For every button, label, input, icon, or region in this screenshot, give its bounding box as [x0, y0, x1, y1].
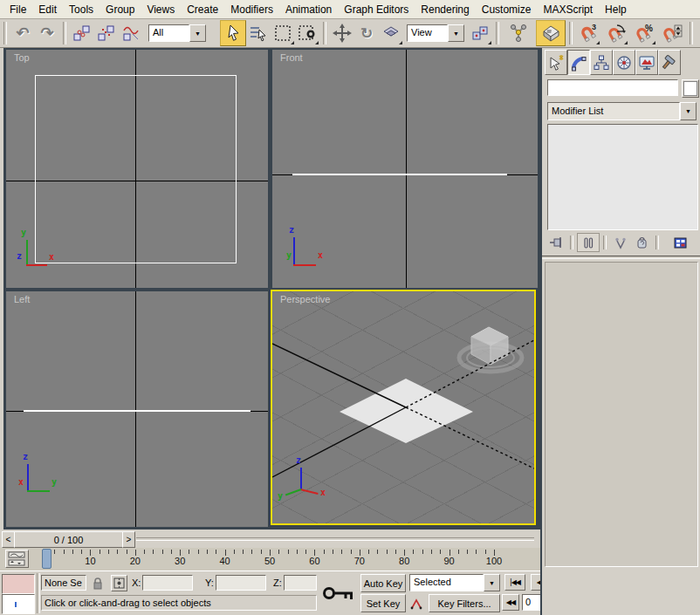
- tab-motion[interactable]: [613, 50, 635, 75]
- viewport-perspective-label[interactable]: Perspective: [280, 294, 330, 304]
- menu-help[interactable]: Help: [599, 2, 633, 17]
- set-keys-button[interactable]: [319, 573, 358, 612]
- select-and-link-button[interactable]: [70, 21, 94, 45]
- absolute-mode-transform-toggle[interactable]: [111, 575, 127, 591]
- trackbar-ruler[interactable]: 0102030405060708090100: [35, 548, 540, 571]
- bind-to-space-warp-button[interactable]: [119, 21, 143, 45]
- select-and-scale-button[interactable]: [379, 21, 403, 45]
- auto-key-button[interactable]: Auto Key: [360, 574, 406, 592]
- remove-modifier-button[interactable]: [631, 234, 652, 251]
- x-coordinate-field[interactable]: [142, 575, 193, 591]
- select-and-move-button[interactable]: [330, 21, 354, 45]
- show-end-result-button[interactable]: [577, 233, 600, 252]
- y-coordinate-field[interactable]: [216, 575, 266, 591]
- select-and-rotate-button[interactable]: ↻: [354, 21, 379, 45]
- tab-hierarchy[interactable]: [590, 50, 613, 75]
- trackbar-frame-marker[interactable]: [42, 549, 51, 569]
- menu-tools[interactable]: Tools: [63, 2, 100, 17]
- object-name-field[interactable]: [547, 79, 678, 96]
- modifier-list-dropdown[interactable]: Modifier List ▼: [547, 102, 697, 120]
- key-mode-toggle-button[interactable]: ◀◀: [502, 594, 519, 611]
- key-filter-scope-dropdown[interactable]: Selected ▼: [409, 574, 500, 591]
- viewport-front-label[interactable]: Front: [280, 52, 303, 63]
- status-selection-field[interactable]: None Se: [41, 575, 86, 591]
- viewport-left[interactable]: Left z x y: [6, 291, 268, 527]
- dropdown-arrow-icon[interactable]: ▼: [189, 24, 206, 42]
- use-pivot-point-center-button[interactable]: [468, 21, 492, 45]
- next-frame-slider-button[interactable]: >: [122, 531, 135, 548]
- menu-rendering[interactable]: Rendering: [415, 2, 475, 17]
- plane-edge-left[interactable]: [24, 410, 250, 412]
- undo-button[interactable]: ↶: [10, 21, 35, 45]
- viewport-left-label[interactable]: Left: [14, 294, 30, 304]
- plane-wireframe-top[interactable]: [35, 75, 237, 263]
- keyboard-shortcut-override-button[interactable]: [536, 20, 566, 46]
- make-unique-button[interactable]: [610, 234, 631, 251]
- tab-display[interactable]: [635, 50, 658, 75]
- configure-modifier-sets-icon: [673, 236, 688, 249]
- modifier-list-value: Modifier List: [547, 102, 680, 120]
- rectangular-selection-region-button[interactable]: [271, 21, 295, 45]
- select-and-manipulate-button[interactable]: [506, 21, 531, 45]
- unlink-selection-button[interactable]: [94, 21, 119, 45]
- menu-customize[interactable]: Customize: [476, 2, 538, 17]
- menu-group[interactable]: Group: [100, 2, 141, 17]
- tab-modify[interactable]: [567, 50, 590, 75]
- track-bar[interactable]: 0102030405060708090100: [0, 548, 540, 571]
- menu-graph-editors[interactable]: Graph Editors: [338, 2, 415, 17]
- ghost-box-object[interactable]: [471, 327, 508, 365]
- spinner-snap-toggle-button[interactable]: [660, 21, 684, 45]
- trackbar-tick: [216, 550, 216, 554]
- menu-animation[interactable]: Animation: [279, 2, 338, 17]
- z-coordinate-field[interactable]: [284, 575, 317, 591]
- pin-stack-button[interactable]: [546, 234, 566, 251]
- redo-button[interactable]: ↷: [35, 21, 59, 45]
- menu-create[interactable]: Create: [181, 2, 224, 17]
- open-mini-curve-editor-button[interactable]: [5, 550, 29, 568]
- angle-snap-toggle-button[interactable]: [604, 21, 628, 45]
- trackbar-tick: [127, 550, 127, 554]
- menu-modifiers[interactable]: Modifiers: [224, 2, 279, 17]
- set-key-button[interactable]: Set Key: [360, 594, 406, 612]
- selection-lock-toggle[interactable]: [91, 575, 104, 591]
- key-filters-button[interactable]: Key Filters...: [429, 594, 500, 612]
- maxscript-mini-listener-pane[interactable]: [2, 594, 35, 614]
- window-crossing-icon: [298, 24, 317, 43]
- viewport-front[interactable]: Front z y x: [272, 50, 538, 288]
- menu-file[interactable]: File: [3, 2, 32, 17]
- previous-frame-slider-button[interactable]: <: [2, 531, 15, 548]
- snaps-toggle-button[interactable]: 3: [576, 21, 600, 45]
- object-color-swatch[interactable]: [682, 79, 699, 98]
- window-crossing-toggle-button[interactable]: [295, 21, 319, 45]
- dropdown-arrow-icon[interactable]: ▼: [680, 102, 697, 120]
- toolbar-handle[interactable]: [3, 22, 7, 44]
- x-coordinate-label: X:: [132, 577, 141, 588]
- percent-snap-toggle-button[interactable]: %: [632, 21, 656, 45]
- menu-edit[interactable]: Edit: [32, 2, 63, 17]
- tab-utilities[interactable]: [658, 50, 681, 75]
- menu-maxscript[interactable]: MAXScript: [537, 2, 599, 17]
- modifier-stack-list[interactable]: [547, 124, 698, 230]
- select-by-name-button[interactable]: [246, 21, 271, 45]
- go-to-start-button[interactable]: |◀◀: [504, 574, 525, 591]
- viewport-top-label[interactable]: Top: [14, 52, 30, 63]
- use-center-icon: [470, 24, 490, 43]
- viewport-top[interactable]: Top y z x: [6, 50, 268, 288]
- select-object-button[interactable]: [220, 20, 246, 46]
- configure-modifier-sets-button[interactable]: [669, 234, 690, 251]
- time-slider-row: < 0 / 100 >: [0, 530, 540, 549]
- menu-views[interactable]: Views: [141, 2, 181, 17]
- default-key-tangent-button[interactable]: [409, 595, 425, 612]
- viewport-perspective[interactable]: Perspective z x y: [271, 290, 536, 525]
- axis-y-label: y: [286, 250, 292, 260]
- tab-create[interactable]: [545, 50, 567, 75]
- reference-coordinate-dropdown[interactable]: View ▼: [407, 24, 464, 42]
- selection-filter-dropdown[interactable]: All ▼: [148, 24, 206, 42]
- plane-edge-front[interactable]: [292, 174, 507, 175]
- dropdown-arrow-icon[interactable]: ▼: [448, 24, 464, 42]
- time-slider-thumb[interactable]: 0 / 100: [14, 531, 123, 548]
- plane-object[interactable]: [340, 379, 473, 443]
- dropdown-arrow-icon[interactable]: ▼: [484, 574, 500, 591]
- maxscript-macro-recorder-pane[interactable]: [2, 574, 35, 594]
- time-slider-track[interactable]: [136, 537, 534, 541]
